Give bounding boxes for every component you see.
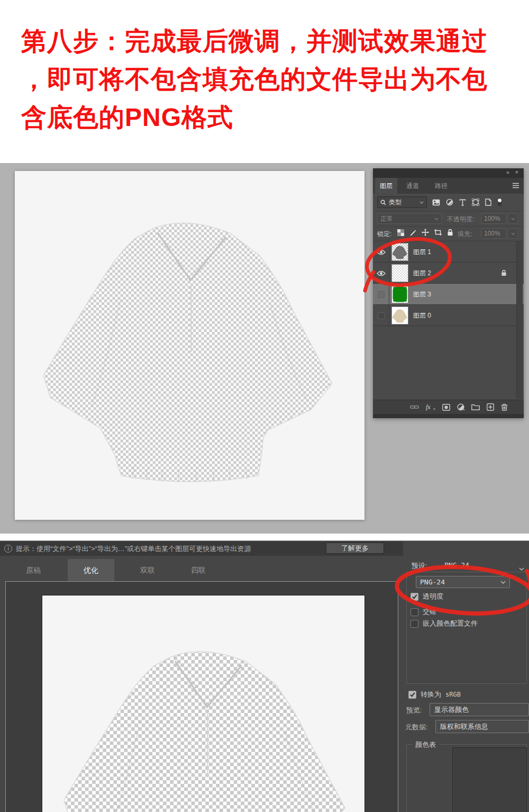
layer-thumbnail[interactable]	[392, 286, 408, 303]
fill-value: 100%	[484, 230, 500, 237]
shape-layer-filter-icon[interactable]	[472, 199, 479, 206]
opacity-chevron[interactable]	[508, 213, 518, 224]
layers-list: 图层 1 图层 2	[373, 241, 524, 326]
layer-row-3[interactable]: 图层 3	[373, 284, 524, 305]
learn-more-button[interactable]: 了解更多	[326, 543, 384, 554]
lock-pixels-icon[interactable]	[409, 229, 416, 236]
visibility-checkbox	[378, 291, 385, 298]
smart-object-filter-icon[interactable]	[485, 199, 491, 206]
title-section: 第八步：完成最后微调，并测试效果通过 ，即可将不包含填充色的文件导出为不包 含底…	[0, 0, 529, 163]
checkbox[interactable]	[408, 691, 416, 699]
tab-original[interactable]: 原稿	[8, 559, 59, 581]
color-table-label: 颜色表	[412, 740, 439, 750]
blend-mode-dropdown[interactable]: 正常	[377, 213, 442, 224]
layers-panel-toolbar: fx	[373, 400, 524, 414]
metadata-label: 元数据:	[405, 723, 428, 732]
layers-scrollbar[interactable]	[516, 241, 523, 399]
transparency-option[interactable]: 透明度	[411, 592, 443, 601]
tutorial-page: 第八步：完成最后微调，并测试效果通过 ，即可将不包含填充色的文件导出为不包 含底…	[0, 0, 529, 812]
panel-menu-icon[interactable]	[512, 183, 519, 190]
layer-thumbnail[interactable]	[392, 265, 408, 282]
delete-layer-trash-icon[interactable]	[501, 403, 508, 411]
visibility-toggle[interactable]	[373, 263, 389, 284]
search-icon	[380, 200, 386, 205]
lock-artboard-icon[interactable]	[434, 229, 442, 236]
tab-channels[interactable]: 通道	[402, 178, 424, 194]
tab-2up[interactable]: 双联	[129, 559, 167, 581]
blend-mode-value: 正常	[380, 214, 393, 223]
blend-mode-row: 正常 不透明度: 100%	[373, 211, 524, 227]
filter-type-dropdown[interactable]: 类型	[377, 196, 427, 208]
save-for-web-dialog: i 提示：使用“文件”>“导出”>“导出为…”或右键单击某个图层可更快速地导出资…	[0, 540, 529, 812]
fill-label: 填充:	[458, 230, 472, 239]
adjustment-layer-filter-icon[interactable]	[446, 199, 453, 206]
chevron-down-icon	[434, 218, 439, 220]
title-line-3: 含底色的PNG格式	[21, 104, 518, 131]
info-icon: i	[4, 545, 12, 553]
tab-layers[interactable]: 图层	[375, 178, 397, 194]
fill-field[interactable]: 100%	[481, 228, 506, 239]
lock-label: 锁定:	[377, 230, 391, 239]
layers-panel: « × 图层 通道 路径 类型	[373, 168, 524, 418]
interlaced-option[interactable]: 交错	[411, 607, 436, 617]
filter-toggle-icon[interactable]	[497, 198, 502, 206]
chevron-down-icon	[419, 201, 424, 204]
layer-name[interactable]: 图层 2	[413, 263, 431, 284]
preset-chevron-icon[interactable]	[519, 564, 524, 572]
visibility-toggle[interactable]	[373, 241, 389, 263]
layer-name[interactable]: 图层 0	[413, 305, 431, 326]
chevron-down-icon	[511, 232, 515, 235]
layer-row-0[interactable]: 图层 0	[373, 305, 524, 326]
new-group-folder-icon[interactable]	[471, 404, 480, 410]
tab-optimized[interactable]: 优化	[68, 559, 114, 581]
transparency-label: 透明度	[423, 592, 443, 601]
panel-bottom-edge	[373, 414, 524, 418]
layer-row-1[interactable]: 图层 1	[373, 241, 524, 263]
tab-paths[interactable]: 路径	[430, 178, 452, 194]
adjustment-layer-icon[interactable]	[457, 403, 464, 411]
visibility-checkbox	[378, 312, 385, 319]
convert-srgb-option[interactable]: 转换为 sRGB	[408, 690, 461, 699]
opacity-field[interactable]: 100%	[481, 213, 506, 224]
lock-transparency-icon[interactable]	[397, 229, 404, 236]
opacity-label: 不透明度:	[447, 215, 474, 224]
embed-color-profile-option[interactable]: 嵌入颜色配置文件	[411, 619, 478, 628]
visibility-toggle[interactable]	[373, 284, 389, 305]
layer-style-fx-icon[interactable]: fx	[426, 403, 435, 411]
layer-name[interactable]: 图层 3	[413, 284, 431, 305]
eye-icon	[377, 270, 386, 276]
transparent-shirt-preview	[60, 642, 354, 812]
embed-profile-label: 嵌入颜色配置文件	[423, 619, 478, 628]
layer-row-2[interactable]: 图层 2	[373, 263, 524, 284]
fill-chevron[interactable]	[508, 228, 518, 239]
optimized-preview-frame	[5, 581, 398, 812]
opacity-value: 100%	[484, 215, 500, 222]
pixel-layer-filter-icon[interactable]	[432, 199, 440, 206]
hint-text: 提示：使用“文件”>“导出”>“导出为…”或右键单击某个图层可更快速地导出资源	[16, 544, 251, 554]
type-layer-filter-icon[interactable]	[459, 199, 466, 206]
new-layer-icon[interactable]	[487, 403, 494, 411]
lock-position-icon[interactable]	[422, 229, 429, 236]
layer-mask-icon[interactable]	[442, 404, 450, 411]
checkbox[interactable]	[411, 620, 418, 628]
layer-name[interactable]: 图层 1	[413, 241, 431, 263]
preview-dropdown[interactable]: 显示器颜色	[430, 703, 529, 716]
checkbox[interactable]	[411, 608, 418, 616]
lock-all-icon[interactable]	[447, 229, 453, 236]
close-panel-icon[interactable]: ×	[515, 169, 518, 175]
collapse-panel-icon[interactable]: «	[506, 169, 509, 175]
layer-thumbnail[interactable]	[392, 307, 408, 324]
document-canvas[interactable]	[15, 171, 364, 520]
lock-row: 锁定: 填充: 100%	[373, 227, 524, 241]
metadata-dropdown[interactable]: 版权和联系信息	[435, 720, 529, 733]
preview-canvas[interactable]	[42, 596, 364, 812]
tab-4up[interactable]: 四联	[180, 559, 217, 581]
checkbox[interactable]	[411, 593, 418, 601]
layer-thumbnail[interactable]	[392, 243, 408, 260]
preset-value: PNG-24	[444, 561, 469, 569]
visibility-toggle[interactable]	[373, 305, 389, 326]
title-line-2: ，即可将不包含填充色的文件导出为不包	[21, 66, 518, 93]
link-layers-icon[interactable]	[410, 404, 419, 410]
format-dropdown[interactable]: PNG-24	[416, 576, 510, 588]
layer-filter-row: 类型	[373, 194, 524, 211]
